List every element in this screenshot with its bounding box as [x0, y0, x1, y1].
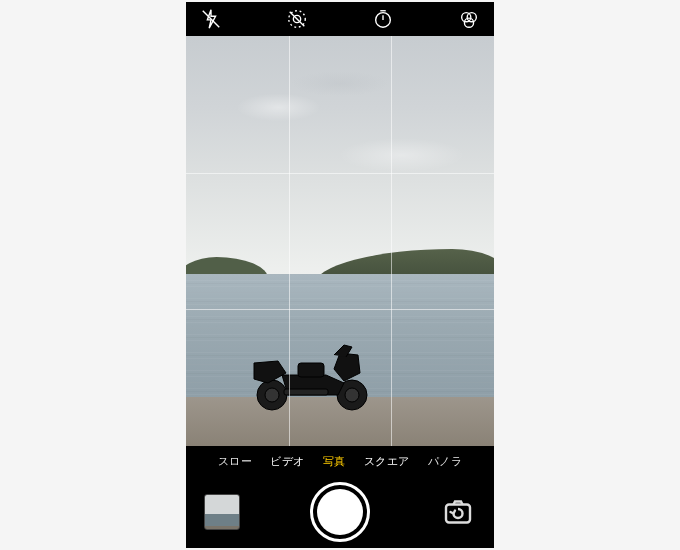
live-photo-off-icon[interactable] — [286, 8, 308, 30]
filters-icon[interactable] — [458, 8, 480, 30]
svg-rect-12 — [298, 363, 324, 377]
flash-off-icon[interactable] — [200, 8, 222, 30]
svg-rect-14 — [446, 505, 470, 523]
svg-point-4 — [376, 13, 391, 28]
svg-rect-13 — [284, 389, 328, 395]
camera-bottom-toolbar — [186, 476, 494, 548]
mode-square[interactable]: スクエア — [364, 454, 410, 469]
shutter-button[interactable] — [310, 482, 370, 542]
mode-video[interactable]: ビデオ — [270, 454, 305, 469]
svg-point-6 — [467, 13, 476, 22]
camera-viewfinder[interactable] — [186, 36, 494, 446]
camera-flip-button[interactable] — [440, 494, 476, 530]
mode-slomo[interactable]: スロー — [218, 454, 253, 469]
svg-point-7 — [464, 18, 473, 27]
mode-pano[interactable]: パノラ — [428, 454, 463, 469]
last-photo-thumbnail[interactable] — [204, 494, 240, 530]
viewfinder-scene — [186, 36, 494, 446]
timer-icon[interactable] — [372, 8, 394, 30]
camera-app: スロー ビデオ 写真 スクエア パノラ — [186, 2, 494, 548]
camera-top-toolbar — [186, 2, 494, 36]
svg-point-9 — [265, 388, 279, 402]
mode-photo[interactable]: 写真 — [323, 454, 346, 469]
svg-line-3 — [290, 12, 305, 27]
subject-motorcycle — [248, 333, 378, 413]
svg-point-11 — [345, 388, 359, 402]
camera-mode-selector[interactable]: スロー ビデオ 写真 スクエア パノラ — [186, 446, 494, 476]
